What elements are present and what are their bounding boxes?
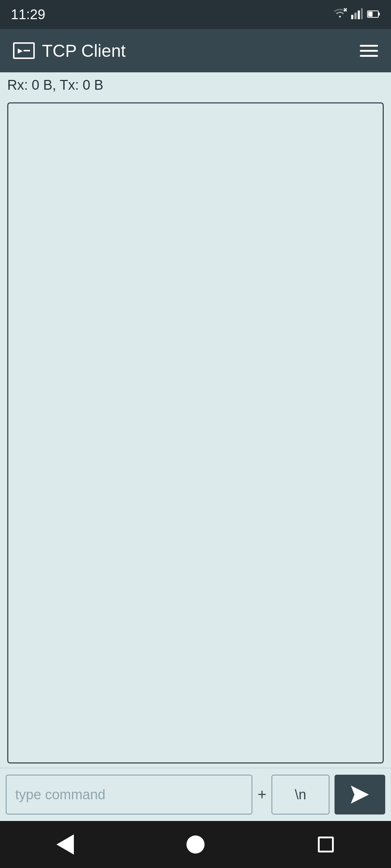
- send-button[interactable]: [335, 775, 385, 814]
- svg-rect-5: [361, 8, 363, 19]
- svg-rect-3: [354, 13, 357, 19]
- hamburger-line-1: [360, 45, 378, 47]
- svg-rect-2: [351, 15, 353, 19]
- command-input[interactable]: [6, 775, 252, 814]
- hamburger-line-3: [360, 55, 378, 57]
- terminal-line: [24, 50, 30, 51]
- recent-icon: [318, 837, 334, 852]
- battery-icon: [367, 8, 380, 21]
- svg-rect-8: [368, 12, 373, 17]
- main-content: [0, 98, 391, 768]
- nav-home-button[interactable]: [174, 830, 217, 859]
- svg-rect-7: [378, 13, 380, 16]
- home-icon: [186, 835, 205, 854]
- terminal-icon: [13, 42, 35, 59]
- status-bar: 11:29: [0, 0, 391, 29]
- stats-bar: Rx: 0 B, Tx: 0 B: [0, 72, 391, 98]
- message-area: [7, 102, 384, 763]
- signal-icon: [351, 8, 363, 22]
- status-icons: [333, 8, 380, 22]
- plus-label: +: [257, 786, 266, 803]
- hamburger-line-2: [360, 50, 378, 52]
- app-title: TCP Client: [42, 41, 126, 61]
- bottom-input-area: +: [0, 768, 391, 821]
- back-icon: [56, 834, 74, 855]
- hamburger-menu-icon[interactable]: [360, 45, 378, 57]
- status-time: 11:29: [11, 7, 45, 22]
- app-bar-left: TCP Client: [13, 41, 126, 61]
- app-bar: TCP Client: [0, 29, 391, 72]
- svg-marker-9: [351, 786, 369, 804]
- nav-recent-button[interactable]: [304, 830, 348, 859]
- svg-rect-4: [358, 10, 360, 19]
- suffix-input[interactable]: [272, 775, 329, 814]
- stats-text: Rx: 0 B, Tx: 0 B: [7, 77, 103, 93]
- nav-back-button[interactable]: [43, 830, 87, 859]
- nav-bar: [0, 821, 391, 868]
- wifi-x-icon: [333, 8, 347, 22]
- send-icon: [349, 784, 371, 805]
